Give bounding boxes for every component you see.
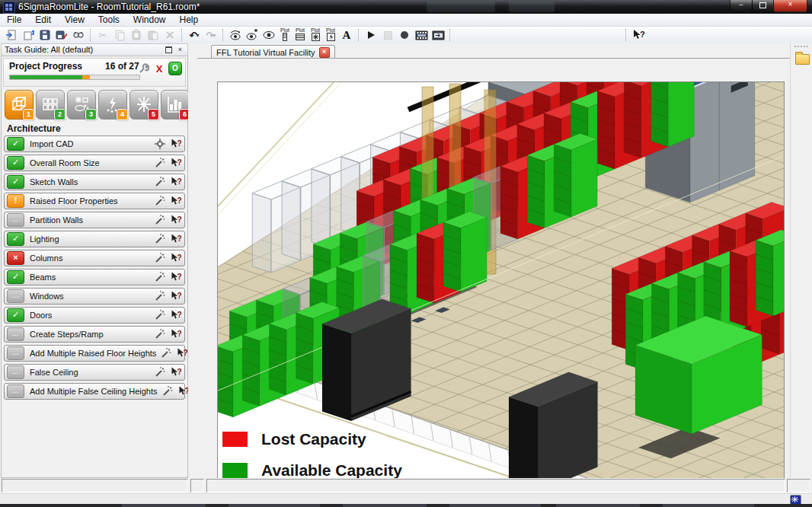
- tab-ffl-tutorial[interactable]: FFL Tutorial Virtual Facility ×: [211, 45, 335, 59]
- task-item-sketch-walls[interactable]: ✓Sketch Walls?: [4, 174, 185, 190]
- step-button-1[interactable]: 1: [5, 90, 34, 120]
- toolbar-separator: [358, 29, 360, 41]
- task-item-create-steps-ramp[interactable]: ...Create Steps/Ramp?: [4, 326, 185, 343]
- paste-icon[interactable]: [128, 27, 145, 43]
- menu-window[interactable]: Window: [126, 14, 173, 26]
- play-icon[interactable]: [363, 27, 379, 43]
- menu-file[interactable]: File: [0, 14, 28, 26]
- undo-icon[interactable]: ↶▾: [186, 27, 203, 43]
- help-icon[interactable]: ?: [170, 195, 182, 207]
- folder-icon[interactable]: [795, 54, 810, 65]
- plot-power-icon[interactable]: Plot: [323, 27, 338, 43]
- find-icon[interactable]: [70, 27, 87, 43]
- tab-close-icon[interactable]: ×: [319, 47, 330, 58]
- help-icon[interactable]: ?: [170, 176, 182, 188]
- task-label: Raised Floor Properties: [30, 196, 118, 206]
- menu-tools[interactable]: Tools: [91, 14, 126, 26]
- close-panel-button[interactable]: ×: [175, 45, 185, 54]
- menu-view[interactable]: View: [58, 14, 91, 26]
- plot-cooling-icon[interactable]: Plot: [308, 27, 323, 43]
- plot-rack-icon[interactable]: Plot: [277, 27, 293, 43]
- wand-icon[interactable]: [154, 233, 166, 245]
- status-bar: [0, 478, 812, 493]
- progress-current-segment: [82, 75, 90, 79]
- movie-export-icon[interactable]: [430, 27, 446, 43]
- cut-icon[interactable]: ✂: [94, 27, 111, 43]
- help-icon[interactable]: ?: [170, 138, 182, 150]
- open-room-icon[interactable]: [3, 27, 20, 43]
- context-help-icon[interactable]: ?: [630, 27, 647, 43]
- task-item-partition-walls[interactable]: ...Partition Walls?: [4, 212, 185, 228]
- task-item-lighting[interactable]: ✓Lighting?: [4, 231, 185, 247]
- help-icon[interactable]: ?: [170, 233, 182, 245]
- wand-icon[interactable]: [161, 385, 174, 397]
- task-item-add-multiple-raised-floor-heights[interactable]: ...Add Multiple Raised Floor Heights?: [4, 345, 185, 362]
- step-button-6[interactable]: 6: [161, 90, 190, 120]
- task-item-columns[interactable]: ×Columns?: [4, 250, 185, 266]
- movie-icon[interactable]: [413, 27, 430, 43]
- step-button-4[interactable]: 4: [98, 90, 127, 120]
- task-item-overall-room-size[interactable]: ✓Overall Room Size?: [4, 155, 185, 171]
- locate-icon[interactable]: [154, 138, 166, 150]
- wand-icon[interactable]: [154, 195, 166, 207]
- stop-icon[interactable]: [379, 27, 396, 43]
- wand-icon[interactable]: [154, 271, 166, 283]
- model-3d-viewport[interactable]: Lost CapacityAvailable Capacity: [217, 81, 785, 486]
- redo-icon[interactable]: ↷▾: [203, 27, 219, 43]
- configure-wrench-icon[interactable]: [138, 62, 150, 75]
- progress-done-segment: [10, 75, 82, 79]
- wand-icon[interactable]: [154, 290, 166, 302]
- help-icon[interactable]: ?: [170, 290, 182, 302]
- wand-icon[interactable]: [154, 252, 166, 264]
- help-icon[interactable]: ?: [176, 347, 188, 359]
- run-task-icon[interactable]: O: [168, 62, 182, 75]
- minimize-button[interactable]: –: [730, 0, 753, 11]
- panel-splitter[interactable]: [188, 43, 197, 478]
- import-model-icon[interactable]: [20, 27, 37, 43]
- wand-icon[interactable]: [154, 328, 166, 340]
- help-icon[interactable]: ?: [170, 328, 182, 340]
- task-item-raised-floor-properties[interactable]: !Raised Floor Properties?: [4, 193, 185, 209]
- text-annotation-icon[interactable]: A: [338, 27, 355, 43]
- maximize-button[interactable]: [752, 0, 774, 11]
- record-icon[interactable]: [396, 27, 413, 43]
- help-icon[interactable]: ?: [170, 157, 182, 169]
- step-button-5[interactable]: 5: [129, 90, 158, 120]
- toolbar-grip[interactable]: [794, 46, 808, 49]
- help-icon[interactable]: ?: [170, 366, 182, 378]
- close-button[interactable]: ×: [773, 0, 807, 12]
- float-panel-button[interactable]: [164, 45, 174, 54]
- menu-help[interactable]: Help: [173, 14, 206, 26]
- view-rotate-icon[interactable]: [227, 27, 244, 43]
- wand-icon[interactable]: [154, 214, 166, 226]
- step-button-3[interactable]: 3: [67, 90, 96, 120]
- step-button-2[interactable]: 2: [36, 90, 65, 120]
- task-item-doors[interactable]: ✓Doors?: [4, 307, 185, 324]
- duplicate-icon[interactable]: [145, 27, 161, 43]
- task-item-false-ceiling[interactable]: ...False Ceiling?: [4, 364, 185, 381]
- wand-icon[interactable]: [154, 176, 166, 188]
- wand-icon[interactable]: [154, 157, 166, 169]
- task-item-windows[interactable]: ...Windows?: [4, 288, 185, 305]
- wand-icon[interactable]: [154, 309, 166, 321]
- help-icon[interactable]: ?: [170, 214, 182, 226]
- view-eye-icon[interactable]: [261, 27, 277, 43]
- help-icon[interactable]: ?: [170, 252, 182, 264]
- task-item-beams[interactable]: ✓Beams?: [4, 269, 185, 285]
- menu-edit[interactable]: Edit: [28, 14, 58, 26]
- wand-icon[interactable]: [160, 347, 172, 359]
- cancel-icon[interactable]: X: [153, 62, 165, 75]
- save-as-icon[interactable]: [53, 27, 70, 43]
- delete-icon[interactable]: [161, 27, 178, 43]
- task-item-add-multiple-false-ceiling-heights[interactable]: ...Add Multiple False Ceiling Heights?: [4, 383, 185, 400]
- task-item-import-cad[interactable]: ✓Import CAD?: [4, 136, 185, 152]
- svg-text:?: ?: [177, 273, 182, 281]
- view-add-icon[interactable]: [244, 27, 261, 43]
- save-icon[interactable]: [37, 27, 53, 43]
- help-icon[interactable]: ?: [170, 309, 182, 321]
- help-icon[interactable]: ?: [170, 271, 182, 283]
- copy-icon[interactable]: [111, 27, 128, 43]
- plot-table-icon[interactable]: Plot: [293, 27, 308, 43]
- svg-text:?: ?: [177, 177, 182, 186]
- wand-icon[interactable]: [154, 366, 166, 378]
